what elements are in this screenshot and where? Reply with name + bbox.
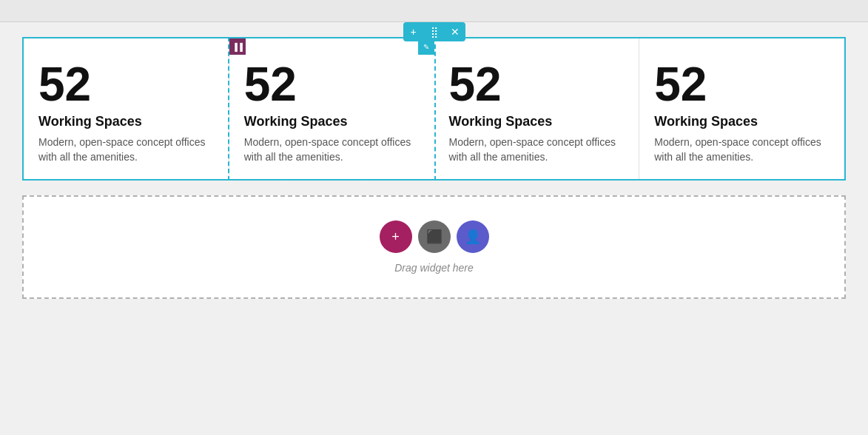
stat-card-1: 52 Working Spaces Modern, open-space con… (24, 38, 229, 179)
stat-title-3: Working Spaces (449, 114, 625, 129)
widget-row-wrapper: + ⣿ ✕ 52 Working Spaces Modern, open-spa… (22, 37, 846, 181)
page-content: + ⣿ ✕ 52 Working Spaces Modern, open-spa… (0, 22, 868, 314)
row-add-button[interactable]: + (403, 22, 424, 41)
drop-zone-user-button[interactable]: 👤 (457, 220, 489, 253)
stat-title-1: Working Spaces (38, 114, 214, 129)
drop-zone-buttons: + ⬛ 👤 (380, 220, 489, 253)
card-inner-toolbar: ▐▐ (229, 38, 246, 55)
stat-number-2: 52 (244, 61, 420, 108)
row-close-button[interactable]: ✕ (445, 22, 465, 41)
stat-title-2: Working Spaces (244, 114, 420, 129)
stat-number-1: 52 (38, 61, 214, 108)
user-icon: 👤 (465, 229, 481, 245)
stat-number-4: 52 (654, 61, 830, 108)
top-bar (0, 0, 868, 22)
row-toolbar: + ⣿ ✕ (403, 22, 465, 41)
widget-row: 52 Working Spaces Modern, open-space con… (22, 37, 846, 181)
widget-icon: ⬛ (426, 229, 443, 245)
card-pause-button[interactable]: ▐▐ (229, 38, 246, 55)
stat-desc-3: Modern, open-space concept offices with … (449, 135, 625, 164)
stat-card-3: 52 Working Spaces Modern, open-space con… (434, 38, 640, 179)
stat-desc-1: Modern, open-space concept offices with … (38, 135, 214, 164)
stat-card-2[interactable]: ▐▐ ✎ 52 Working Spaces Modern, open-spac… (228, 37, 436, 181)
stat-card-4: 52 Working Spaces Modern, open-space con… (639, 38, 844, 179)
drop-zone-widget-button[interactable]: ⬛ (418, 220, 451, 253)
drop-zone: + ⬛ 👤 Drag widget here (22, 195, 846, 299)
stat-title-4: Working Spaces (654, 114, 830, 129)
row-drag-button[interactable]: ⣿ (424, 22, 445, 41)
stat-desc-4: Modern, open-space concept offices with … (654, 135, 830, 164)
stat-number-3: 52 (449, 61, 625, 108)
drop-zone-add-button[interactable]: + (380, 220, 412, 253)
stat-desc-2: Modern, open-space concept offices with … (244, 135, 420, 164)
drop-zone-label: Drag widget here (394, 262, 474, 274)
